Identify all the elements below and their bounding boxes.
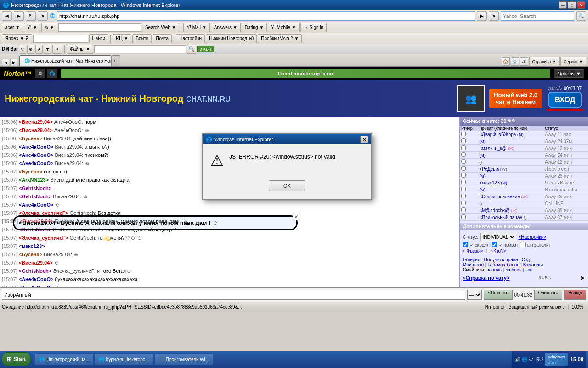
yandex-search-input[interactable] [33, 34, 88, 43]
active-tab[interactable]: 🌐 Нижегородский чат | Чат Нижнего Новгор… [19, 55, 111, 66]
forward-button[interactable]: ▶ [14, 12, 24, 21]
msg-nick[interactable]: <Ане4кОооО> [19, 276, 54, 282]
tab-print-button[interactable]: 🖨 [520, 58, 528, 66]
city-button[interactable]: Нижний Новгород +8 [206, 34, 257, 43]
refresh-button[interactable]: ↻ [26, 12, 36, 21]
ymail-button[interactable]: Y! Mail ▼ [183, 23, 209, 32]
taskbar-item-2[interactable]: 🎵 Проигрыватель Wi... [154, 353, 213, 365]
acer-button[interactable]: acer ▼ [2, 23, 23, 32]
yahoo-button[interactable]: Y! ▼ [24, 23, 40, 32]
msg-nick[interactable]: <макс123> [19, 243, 45, 249]
dm-icon2[interactable]: ⊕ [27, 45, 34, 54]
user-nick[interactable]: (М) [478, 138, 543, 145]
signin-button[interactable]: → Sign in [300, 23, 327, 32]
user-ignore[interactable] [460, 186, 478, 193]
msg-nick[interactable]: <Висна29.04> [20, 218, 54, 224]
chat-input[interactable] [2, 290, 465, 300]
user-nick[interactable]: <Прикольный пацан () [478, 214, 543, 221]
user-nick[interactable]: <Соприкосновение (Ж) [478, 193, 543, 200]
send-button[interactable]: <Послать [484, 290, 513, 300]
clear-button[interactable]: Очистить [534, 290, 563, 300]
taskbar-item-1[interactable]: 🌐 Курилка Нижегоро... [95, 353, 153, 365]
user-ignore[interactable] [460, 200, 478, 207]
user-nick[interactable]: (М) [478, 172, 543, 179]
court-link[interactable]: Суд [522, 257, 530, 262]
dm-icon3[interactable]: ★ [35, 45, 43, 54]
exit-button[interactable]: Выход [564, 290, 586, 300]
msg-nick[interactable]: <Ане4кОооО> [19, 161, 54, 166]
all-link[interactable]: все [525, 267, 532, 272]
user-nick[interactable]: () [478, 200, 543, 207]
search-input[interactable] [501, 12, 574, 21]
user-nick[interactable]: (М) [478, 152, 543, 159]
maximize-button[interactable]: □ [568, 1, 576, 9]
back-button[interactable]: ◀ [2, 12, 12, 21]
files-button[interactable]: Файлы ▼ [67, 45, 93, 54]
dm-close[interactable]: ✕ [52, 45, 62, 54]
user-ignore[interactable] [460, 166, 478, 172]
user-nick[interactable]: <М@zdochk@ (Ж) [478, 207, 543, 214]
traffic-button[interactable]: Пробки (Мск) 2 ▼ [258, 34, 302, 43]
search-web-button[interactable]: Search Web ▼ [142, 23, 180, 32]
dm-icon1[interactable]: ⟳ [19, 45, 26, 54]
msg-nick[interactable]: <Элечка_сусличеГ> [19, 235, 68, 241]
find-button[interactable]: Найти [89, 34, 109, 43]
msg-nick[interactable]: <АrxNN123> [19, 177, 49, 183]
tab-back-button[interactable]: ◀ [2, 59, 9, 66]
enter-button[interactable]: ВХОД [548, 92, 582, 108]
user-nick[interactable]: <ДварФ_оБЖора (М) [478, 131, 543, 138]
files-search-button[interactable]: 🔍 [187, 45, 196, 54]
gallery-link[interactable]: Галерея [463, 257, 480, 262]
msg-nick[interactable]: <Ане4кОооО> [19, 144, 54, 150]
panel-link[interactable]: панель [486, 267, 502, 272]
user-nick[interactable]: <РеДевил (?) [478, 166, 543, 172]
msg-nick[interactable]: <GehtsNoch> [19, 268, 52, 274]
user-ignore[interactable] [460, 172, 478, 179]
commands-link[interactable]: Команды [523, 262, 543, 267]
user-nick[interactable]: () [478, 159, 543, 166]
msg-nick[interactable]: <Бусёна> [19, 169, 42, 174]
user-ignore[interactable] [460, 179, 478, 186]
user-ignore[interactable] [460, 207, 478, 214]
msg-nick[interactable]: <Бусёна> [19, 136, 42, 141]
msg-nick[interactable]: <Элечка_сусличеГ> [19, 210, 68, 216]
ymobile-button[interactable]: Y! Mobile ▼ [268, 23, 299, 32]
norton-options-button[interactable]: Options ▼ [554, 69, 584, 78]
msg-nick[interactable]: <Ане4кОооО> [19, 285, 54, 287]
page-button[interactable]: Страница ▼ [529, 57, 560, 66]
msg-nick[interactable]: <GehtsNoch> [19, 185, 52, 191]
address-input[interactable] [57, 12, 475, 21]
mail-button[interactable]: Почта [153, 34, 172, 43]
myphoto-link[interactable]: Мои фото [463, 262, 484, 267]
msg-nick[interactable]: <Ане4кОооО> [19, 152, 54, 158]
msg-nick[interactable]: <Висна29.04> [19, 119, 53, 125]
user-ignore[interactable] [460, 145, 478, 152]
settings-link[interactable]: <Настройки> [518, 235, 546, 240]
user-ignore[interactable] [460, 159, 478, 166]
taskbar-item-0[interactable]: 🌐 Нижегородский ча... [35, 353, 93, 365]
user-ignore[interactable] [460, 193, 478, 200]
login-button[interactable]: Войти [132, 34, 152, 43]
user-ignore[interactable] [460, 138, 478, 145]
dialog-close-button[interactable]: ✕ [360, 136, 368, 143]
user-ignore[interactable] [460, 152, 478, 159]
norton-web-icon[interactable]: 🌐 [47, 69, 57, 78]
norton-pc-icon[interactable]: 🖥 [35, 69, 45, 78]
edit-button[interactable]: ✎ ▼ [41, 23, 57, 32]
stop-button[interactable]: ✕ [38, 12, 48, 21]
tab-home-button[interactable]: 🏠 [502, 58, 510, 66]
search-go-button[interactable]: 🔍 [576, 12, 586, 21]
dm-icon4[interactable]: ▼ [44, 45, 51, 54]
msg-nick[interactable]: <Бусёна> [19, 252, 42, 257]
msg-nick[interactable]: <GehtsNoch> [19, 227, 52, 232]
answers-button[interactable]: Answers ▼ [211, 23, 241, 32]
channel-select[interactable]: — [467, 290, 482, 300]
user-ignore[interactable] [460, 131, 478, 138]
user-ignore[interactable] [460, 214, 478, 221]
help-link[interactable]: <Справка по чату> [463, 275, 509, 281]
stop2-button[interactable]: ✕ [489, 12, 499, 21]
msg-nick[interactable]: <Висна29.04> [19, 260, 53, 265]
ic-button[interactable]: ИЦ ▼ [113, 34, 131, 43]
private-checkbox[interactable] [492, 242, 497, 247]
translate-checkbox[interactable] [520, 242, 526, 247]
